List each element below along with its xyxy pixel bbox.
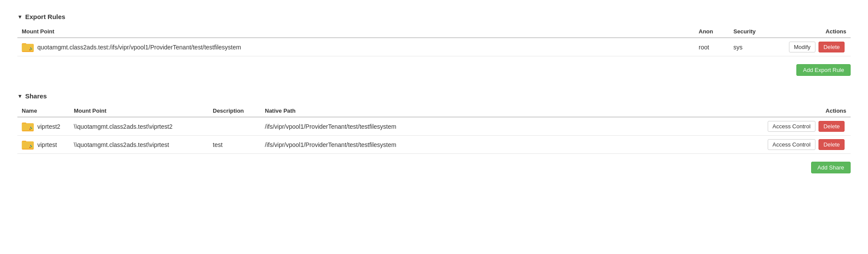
shares-header[interactable]: ▼ Shares — [17, 92, 851, 100]
svg-rect-2 — [22, 44, 33, 51]
svg-rect-8 — [22, 123, 33, 130]
share-name-value: viprtest2 — [37, 123, 60, 130]
col-actions-export: Actions — [781, 26, 851, 38]
table-row: viprtest2 \\quotamgmt.class2ads.test\vip… — [17, 117, 851, 136]
export-rules-header[interactable]: ▼ Export Rules — [17, 13, 851, 20]
shares-section: ▼ Shares Name Mount Point Description Na… — [17, 92, 851, 177]
add-export-rule-button[interactable]: Add Export Rule — [796, 64, 851, 76]
access-control-button[interactable]: Access Control — [768, 121, 815, 132]
col-security: Security — [729, 26, 781, 38]
svg-point-3 — [30, 49, 31, 50]
share-actions-cell: Access Control Delete — [763, 117, 851, 136]
export-rules-title: Export Rules — [25, 13, 66, 20]
share-description-cell: test — [208, 136, 261, 154]
col-description: Description — [208, 105, 261, 117]
svg-rect-14 — [22, 141, 33, 149]
add-export-rule-row: Add Export Rule — [17, 61, 851, 79]
table-row: quotamgmt.class2ads.test:/ifs/vipr/vpool… — [17, 38, 851, 56]
export-mount-point-cell: quotamgmt.class2ads.test:/ifs/vipr/vpool… — [17, 38, 694, 56]
share-mount-point-cell: \\quotamgmt.class2ads.test\viprtest2 — [69, 117, 208, 136]
col-share-mount-point: Mount Point — [69, 105, 208, 117]
svg-point-5 — [30, 47, 32, 49]
export-rules-section: ▼ Export Rules Mount Point Anon Security… — [17, 13, 851, 79]
delete-share-button[interactable]: Delete — [818, 121, 845, 132]
svg-point-11 — [30, 127, 32, 128]
svg-point-17 — [30, 145, 32, 146]
share-name-cell: viprtest2 — [17, 117, 69, 136]
col-name: Name — [17, 105, 69, 117]
svg-point-10 — [31, 127, 32, 129]
share-native-path-cell: /ifs/vipr/vpool1/ProviderTenant/test/tes… — [261, 136, 763, 154]
chevron-down-icon: ▼ — [17, 14, 23, 20]
modify-button[interactable]: Modify — [789, 42, 815, 52]
add-share-button[interactable]: Add Share — [811, 162, 851, 173]
access-control-button[interactable]: Access Control — [768, 139, 815, 150]
delete-share-button[interactable]: Delete — [818, 139, 845, 150]
share-actions-cell: Access Control Delete — [763, 136, 851, 154]
delete-button[interactable]: Delete — [818, 42, 845, 52]
share-mount-point-cell: \\quotamgmt.class2ads.test\viprtest — [69, 136, 208, 154]
shares-title: Shares — [25, 92, 47, 100]
anon-cell: root — [694, 38, 729, 56]
share-native-path-cell: /ifs/vipr/vpool1/ProviderTenant/test/tes… — [261, 117, 763, 136]
share-name-value: viprtest — [37, 141, 57, 148]
export-actions-cell: Modify Delete — [781, 38, 851, 56]
export-rules-header-row: Mount Point Anon Security Actions — [17, 26, 851, 38]
col-actions-shares: Actions — [763, 105, 851, 117]
security-cell: sys — [729, 38, 781, 56]
svg-point-4 — [31, 48, 32, 49]
svg-point-15 — [30, 147, 31, 148]
share-name-cell: viprtest — [17, 136, 69, 154]
svg-point-9 — [30, 128, 31, 130]
share-description-cell — [208, 117, 261, 136]
add-share-row: Add Share — [17, 158, 851, 177]
shares-header-row: Name Mount Point Description Native Path… — [17, 105, 851, 117]
shares-table: Name Mount Point Description Native Path… — [17, 105, 851, 154]
svg-point-16 — [31, 146, 32, 147]
col-anon: Anon — [694, 26, 729, 38]
mount-point-value: quotamgmt.class2ads.test:/ifs/vipr/vpool… — [37, 44, 241, 51]
chevron-down-icon-shares: ▼ — [17, 93, 23, 99]
table-row: viprtest \\quotamgmt.class2ads.test\vipr… — [17, 136, 851, 154]
col-mount-point: Mount Point — [17, 26, 694, 38]
col-native-path: Native Path — [261, 105, 763, 117]
export-rules-table: Mount Point Anon Security Actions quotam… — [17, 26, 851, 56]
